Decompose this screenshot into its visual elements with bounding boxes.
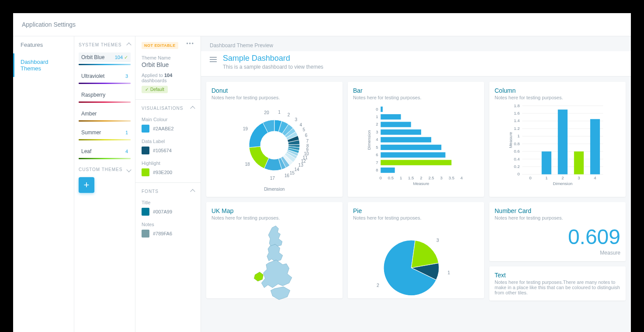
svg-rect-36 — [381, 168, 395, 173]
data-label-label: Data Label — [142, 139, 194, 144]
svg-rect-22 — [381, 114, 401, 119]
tile-title: Pie — [353, 207, 479, 214]
svg-text:0.5: 0.5 — [388, 175, 394, 180]
chevron-up-icon — [190, 106, 195, 111]
not-editable-badge: NOT EDITABLE — [142, 42, 178, 49]
svg-text:1.8: 1.8 — [514, 104, 519, 108]
svg-rect-71 — [542, 151, 551, 174]
svg-text:19: 19 — [243, 126, 248, 131]
dashboard-title: Sample Dashboard — [223, 54, 323, 63]
custom-themes-label: CUSTOM THEMES — [79, 167, 122, 172]
main-colour-label: Main Colour — [142, 117, 194, 122]
bar-chart: 01234567800.511.522.533.54MeasureDimensi… — [353, 104, 479, 187]
svg-text:4: 4 — [460, 175, 463, 180]
tile-notes: Notes here for testing purposes.There ar… — [495, 280, 620, 295]
font-title-swatch[interactable]: #007A99 — [142, 208, 194, 216]
svg-text:4: 4 — [376, 137, 378, 142]
tile-notes: Notes here for testing purposes. — [495, 95, 620, 100]
font-notes-label: Notes — [142, 222, 194, 227]
data-label-swatch[interactable]: #105674 — [142, 147, 194, 154]
tile-notes: Notes here for testing purposes. — [353, 95, 479, 100]
preview-header: Dashboard Theme Preview — [201, 36, 631, 51]
theme-item[interactable]: Leaf4 — [79, 147, 131, 159]
svg-text:2: 2 — [420, 175, 422, 180]
svg-rect-20 — [381, 107, 383, 112]
chevron-up-icon — [190, 189, 195, 194]
svg-rect-28 — [381, 137, 431, 142]
svg-text:15: 15 — [290, 171, 295, 175]
applied-text: Applied to 104 dashboards — [142, 73, 194, 83]
main-colour-swatch[interactable]: #2AABE2 — [142, 125, 194, 133]
svg-text:17: 17 — [270, 176, 275, 181]
system-themes-label: SYSTEM THEMES — [79, 42, 121, 47]
svg-text:2: 2 — [561, 175, 564, 180]
svg-text:0: 0 — [380, 175, 382, 180]
theme-item[interactable]: Orbit Blue104✓ — [79, 52, 131, 65]
system-themes-header[interactable]: SYSTEM THEMES — [79, 42, 131, 47]
svg-rect-26 — [381, 129, 421, 135]
svg-rect-73 — [558, 109, 568, 174]
svg-text:0.2: 0.2 — [514, 164, 519, 169]
svg-text:2: 2 — [377, 283, 379, 288]
svg-text:2: 2 — [376, 122, 378, 126]
svg-text:3: 3 — [578, 175, 580, 180]
nav-dashboard-themes[interactable]: Dashboard Themes — [13, 53, 74, 77]
svg-text:1.6: 1.6 — [514, 111, 519, 115]
svg-text:8: 8 — [376, 168, 378, 172]
add-theme-button[interactable]: + — [79, 177, 94, 193]
theme-item[interactable]: Summer1 — [79, 128, 131, 140]
svg-text:0: 0 — [529, 175, 531, 180]
theme-item[interactable]: Ultraviolet3 — [79, 71, 131, 84]
visualisations-header[interactable]: VISUALISATIONS — [142, 106, 194, 111]
svg-text:0.8: 0.8 — [514, 141, 519, 146]
fonts-header[interactable]: FONTS — [142, 189, 194, 194]
custom-themes-header[interactable]: CUSTOM THEMES — [79, 167, 131, 172]
page-title: Application Settings — [13, 13, 631, 36]
svg-text:7: 7 — [376, 160, 378, 165]
svg-text:14: 14 — [294, 167, 300, 172]
svg-text:3: 3 — [376, 129, 378, 134]
tile-title: UK Map — [211, 207, 337, 214]
theme-list: Orbit Blue104✓Ultraviolet3RaspberryAmber… — [79, 52, 131, 159]
nav-features[interactable]: Features — [13, 36, 74, 53]
svg-text:1: 1 — [376, 114, 378, 119]
theme-name-value: Orbit Blue — [142, 61, 194, 68]
themes-sidebar: SYSTEM THEMES Orbit Blue104✓Ultraviolet3… — [74, 36, 135, 332]
font-notes-swatch[interactable]: #789FA6 — [142, 230, 194, 238]
svg-text:6: 6 — [305, 133, 308, 138]
column-chart: 00.20.40.60.811.21.41.61.801234Dimension… — [495, 104, 620, 187]
tile-pie: Pie Notes here for testing purposes. 123 — [348, 202, 484, 298]
svg-text:5: 5 — [376, 145, 378, 150]
menu-icon[interactable] — [210, 56, 217, 63]
svg-text:0: 0 — [376, 107, 378, 112]
more-icon[interactable]: ••• — [186, 41, 194, 47]
tile-notes: Notes here for testing purposes. — [495, 215, 620, 220]
tile-grid: Donut Notes here for testing purposes. 1… — [201, 77, 631, 306]
svg-text:3.5: 3.5 — [449, 175, 454, 180]
svg-text:2.5: 2.5 — [428, 175, 434, 180]
app-frame: Application Settings Features Dashboard … — [13, 13, 631, 332]
svg-text:Measure: Measure — [508, 132, 513, 148]
dashboard-header: Sample Dashboard This is a sample dashbo… — [201, 51, 631, 77]
chevron-down-icon — [126, 167, 131, 172]
right-column: Number Card Notes here for testing purpo… — [489, 202, 626, 301]
default-badge: Default — [142, 86, 168, 93]
preview-panel: Dashboard Theme Preview Sample Dashboard… — [201, 36, 631, 332]
svg-text:16: 16 — [284, 173, 290, 178]
dashboard-subtitle: This is a sample dashboard to view theme… — [223, 64, 323, 70]
svg-text:1: 1 — [545, 175, 547, 180]
svg-text:1: 1 — [400, 175, 402, 180]
svg-text:Dimension: Dimension — [367, 130, 371, 150]
svg-text:3: 3 — [436, 238, 439, 243]
svg-text:2: 2 — [287, 112, 290, 117]
tile-notes: Notes here for testing purposes. — [211, 215, 337, 220]
svg-text:20: 20 — [264, 110, 270, 115]
svg-text:0: 0 — [517, 171, 519, 176]
theme-item[interactable]: Amber — [79, 109, 131, 122]
svg-text:4: 4 — [300, 122, 302, 127]
nav-sidebar: Features Dashboard Themes — [13, 36, 74, 332]
tile-title: Bar — [353, 87, 479, 94]
theme-item[interactable]: Raspberry — [79, 90, 131, 103]
highlight-swatch[interactable]: #93E200 — [142, 168, 194, 176]
svg-text:3: 3 — [440, 175, 443, 180]
